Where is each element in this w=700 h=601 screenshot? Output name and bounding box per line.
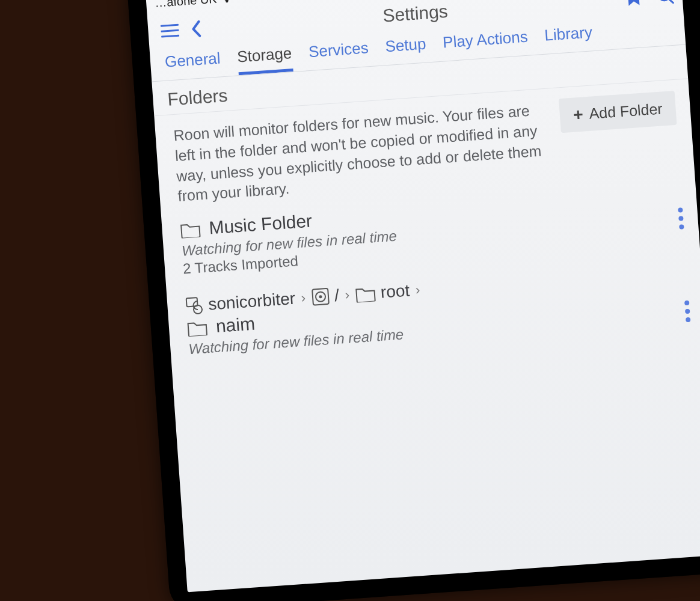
folder-more-icon[interactable] [684,300,690,322]
menu-button[interactable] [156,17,184,45]
folder-more-icon[interactable] [678,207,684,229]
phone-frame: …afone UK 22:11 26% [126,0,700,601]
chevron-right-icon: › [345,287,350,302]
bookmark-icon[interactable] [627,0,641,7]
search-icon[interactable] [657,0,675,5]
plus-icon: + [573,106,583,123]
folder-name: naim [215,314,256,337]
svg-point-9 [319,295,322,298]
screen: …afone UK 22:11 26% [146,0,700,592]
chevron-right-icon: › [415,282,420,297]
folder-icon [186,319,208,337]
folder-icon [180,220,201,238]
network-share-icon [185,296,204,315]
chevron-right-icon: › [301,290,306,306]
disc-icon [311,287,330,307]
back-button[interactable] [182,15,210,43]
path-seg-label: / [334,286,340,305]
add-folder-button[interactable]: + Add Folder [559,91,677,133]
folder-icon [355,284,376,302]
add-folder-label: Add Folder [589,100,663,122]
tab-library[interactable]: Library [544,23,593,53]
tab-play-actions[interactable]: Play Actions [442,28,529,61]
tab-setup[interactable]: Setup [384,35,427,66]
carrier-label: …afone UK [154,0,217,10]
svg-point-4 [659,0,670,1]
tab-general[interactable]: General [164,49,221,80]
path-seg-label: root [380,281,410,302]
wifi-icon [220,0,234,3]
tab-services[interactable]: Services [308,38,370,70]
tab-storage[interactable]: Storage [236,44,293,75]
